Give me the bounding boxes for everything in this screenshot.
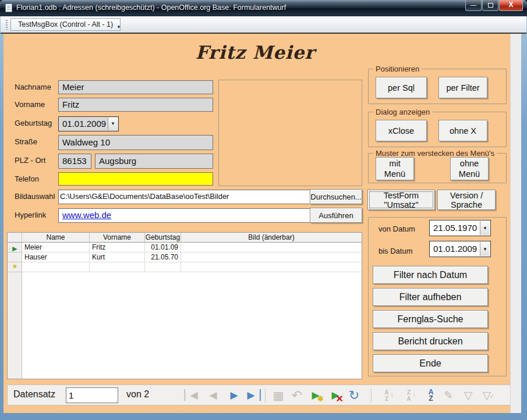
column-header-vorname[interactable]: Vorname xyxy=(90,233,145,243)
nachname-field[interactable]: Meier xyxy=(58,80,213,94)
bildauswahl-field[interactable]: C:\Users\G&E\Documents\DataBase\ooTest\B… xyxy=(58,190,311,204)
column-header-name[interactable]: Name xyxy=(22,233,90,243)
row-selector[interactable] xyxy=(8,252,22,262)
x-icon: ✕ xyxy=(336,395,344,403)
xclose-button[interactable]: xClose xyxy=(376,120,427,141)
label-telefon: Telefon xyxy=(15,172,39,186)
previous-record-icon[interactable]: ◀ xyxy=(204,387,222,404)
fernglas-suche-button[interactable]: Fernglas-Suche xyxy=(373,310,488,328)
save-record-icon[interactable]: ▦ xyxy=(270,387,287,404)
ende-button[interactable]: Ende xyxy=(373,354,488,372)
label-von-datum: von Datum xyxy=(379,221,415,237)
chevron-down-icon[interactable]: ▼ xyxy=(480,242,490,256)
chevron-down-icon[interactable]: ▼ xyxy=(480,221,490,235)
geburtstag-combobox[interactable]: 01.01.2009 ▼ xyxy=(58,116,119,131)
testform-umsatz-button[interactable]: TestForm "Umsatz" xyxy=(367,190,435,210)
testmsgbox-button[interactable]: TestMsgBox (Control - Alt - 1) xyxy=(10,18,121,31)
plz-field[interactable]: 86153 xyxy=(58,154,91,169)
remove-filter-icon[interactable]: ▽✓ xyxy=(478,387,496,404)
bis-datum-combobox[interactable]: 01.01.2009 ▼ xyxy=(429,241,491,257)
table-cell[interactable]: 01.01.09 xyxy=(145,243,181,252)
new-record-star-icon: * xyxy=(13,262,17,272)
scrollbar-track[interactable] xyxy=(510,34,521,413)
table-cell[interactable]: Meier xyxy=(22,243,90,252)
application-window: Florian1.odb : Adressen (schreibgeschütz… xyxy=(0,0,527,420)
column-header-bild[interactable]: Bild (änderbar) xyxy=(181,233,362,243)
table-cell[interactable] xyxy=(181,262,362,272)
table-cell[interactable]: Fritz xyxy=(90,243,145,252)
durchsuchen-button[interactable]: Durchsuchen... xyxy=(310,189,362,204)
first-record-icon[interactable]: ◀ xyxy=(182,387,200,404)
table-cell[interactable]: 21.05.70 xyxy=(145,252,181,262)
new-record-row-indicator[interactable]: * xyxy=(8,262,22,272)
vorname-field[interactable]: Fritz xyxy=(58,98,213,112)
table-cell[interactable]: Hauser xyxy=(22,252,90,262)
star-icon: ✱ xyxy=(317,395,324,403)
bis-datum-value: 01.01.2009 xyxy=(433,241,477,257)
current-row-indicator[interactable]: ▶ xyxy=(8,243,22,252)
record-navigator-bar: Datensatz von 2 ◀ ◀ ▶ ▶ ▦ ↶ ▶✱ ▶✕ ↻ A Z↓… xyxy=(7,385,510,405)
column-header-geburtstag[interactable]: Geburtstag xyxy=(145,233,181,243)
refresh-icon[interactable]: ↻ xyxy=(345,387,363,404)
strasse-field[interactable]: Waldweg 10 xyxy=(58,135,213,150)
table-cell[interactable] xyxy=(22,262,90,272)
title-bar: Florian1.odb : Adressen (schreibgeschütz… xyxy=(0,0,527,16)
sort-ascending-icon[interactable]: A Z↓ xyxy=(378,387,395,404)
separator xyxy=(265,389,266,403)
label-strasse: Straße xyxy=(15,135,37,149)
image-frame xyxy=(218,80,362,186)
last-record-icon[interactable]: ▶ xyxy=(245,387,263,404)
close-button[interactable]: X xyxy=(499,0,523,11)
maximize-button[interactable] xyxy=(482,0,498,11)
filter-aufheben-button[interactable]: Filter aufheben xyxy=(373,288,488,306)
version-sprache-button[interactable]: Version / Sprache xyxy=(437,190,496,210)
table-cell[interactable] xyxy=(181,243,362,252)
label-geburtstag: Geburtstag xyxy=(15,116,52,130)
toolbar-drag-handle[interactable] xyxy=(6,20,8,30)
table-cell[interactable]: Kurt xyxy=(90,252,145,262)
delete-record-icon[interactable]: ▶✕ xyxy=(327,387,344,404)
per-filter-button[interactable]: per Filter xyxy=(438,77,487,98)
von-datum-combobox[interactable]: 21.05.1970 ▼ xyxy=(429,220,491,236)
form-based-filter-icon[interactable]: ✎ xyxy=(440,387,457,404)
chevron-down-icon[interactable]: ▼ xyxy=(108,118,118,130)
datensatz-label: Datensatz xyxy=(13,389,55,400)
von-datum-value: 21.05.1970 xyxy=(433,220,477,236)
sort-icon[interactable]: AZ xyxy=(422,387,440,404)
minimize-button[interactable]: — xyxy=(465,0,482,11)
toolbar-dropdown-icon[interactable]: ▼ xyxy=(115,23,123,31)
per-sql-button[interactable]: per Sql xyxy=(376,77,427,98)
geburtstag-value: 01.01.2009 xyxy=(62,117,106,131)
row-selector[interactable] xyxy=(8,272,22,282)
hyperlink-field[interactable]: www.web.de xyxy=(62,210,111,220)
apply-filter-icon[interactable]: ▽ xyxy=(459,387,477,404)
table-cell[interactable] xyxy=(181,252,362,262)
bericht-drucken-button[interactable]: Bericht drucken xyxy=(373,332,488,350)
group-dialog-anzeigen-legend: Dialog anzeigen xyxy=(373,108,432,116)
label-vorname: Vorname xyxy=(15,98,45,112)
new-record-icon[interactable]: ▶✱ xyxy=(307,387,324,404)
record-number-input[interactable] xyxy=(66,387,118,403)
undo-icon[interactable]: ↶ xyxy=(288,387,306,404)
form-toolbar: TestMsgBox (Control - Alt - 1) ▼ xyxy=(1,16,526,34)
filter-nach-datum-button[interactable]: Filter nach Datum xyxy=(373,266,488,284)
next-record-icon[interactable]: ▶ xyxy=(225,387,243,404)
table-cell[interactable] xyxy=(145,262,181,272)
mit-menu-button[interactable]: mit Menü xyxy=(376,157,414,180)
sort-descending-icon[interactable]: Z A↓ xyxy=(400,387,418,404)
separator xyxy=(371,389,372,403)
label-hyperlink: Hyperlink xyxy=(15,208,46,222)
ausfuehren-button[interactable]: Ausführen xyxy=(310,208,362,223)
group-menu-muster-legend: Muster zum verstecken des Menü's xyxy=(373,149,497,158)
ohne-menu-button[interactable]: ohne Menü xyxy=(450,157,489,180)
record-count-label: von 2 xyxy=(126,389,149,400)
ort-field[interactable]: Augsburg xyxy=(95,154,213,169)
label-bis-datum: bis Datum xyxy=(379,243,413,259)
table-cell[interactable] xyxy=(90,262,145,272)
telefon-field[interactable] xyxy=(58,172,213,186)
selector-header xyxy=(8,233,22,243)
form-title: Fritz Meier xyxy=(3,42,507,63)
ohne-x-button[interactable]: ohne X xyxy=(438,120,487,141)
maximize-icon xyxy=(488,3,493,8)
form-canvas: Fritz Meier Nachname Vorname Geburtstag … xyxy=(3,34,510,413)
